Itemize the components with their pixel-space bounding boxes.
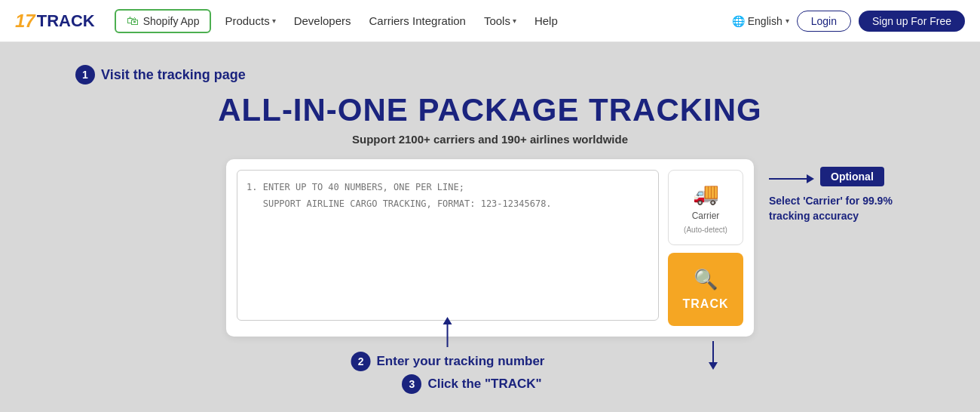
arrow-head-down-icon [709, 362, 718, 370]
optional-badge: Optional [820, 167, 884, 186]
tracking-textarea[interactable]: 1. ENTER UP TO 40 NUMBERS, ONE PER LINE;… [237, 170, 659, 321]
page-subtitle: Support 2100+ carriers and 190+ airlines… [352, 133, 628, 146]
nav-carriers-integration[interactable]: Carriers Integration [369, 14, 466, 27]
step1-label: 1 Visit the tracking page [75, 65, 246, 85]
arrow-line [447, 324, 449, 347]
nav-products[interactable]: Products ▾ [225, 14, 275, 27]
page-title: ALL-IN-ONE PACKAGE TRACKING [218, 92, 762, 128]
track-label: TRACK [683, 297, 729, 311]
arrow-head-left-icon [807, 174, 814, 183]
right-panel: 🚚 Carrier (Auto-detect) 🔍 TRACK [668, 170, 743, 326]
signup-button[interactable]: Sign up For Free [859, 11, 965, 32]
header-right: 🌐 English ▾ Login Sign up For Free [732, 11, 965, 32]
chevron-down-icon: ▾ [513, 17, 516, 25]
main-nav: Products ▾ Developers Carriers Integrati… [225, 14, 725, 27]
login-button[interactable]: Login [797, 11, 851, 32]
optional-callout: Optional Select 'Carrier' for 99.9% trac… [769, 167, 920, 223]
step3-text: Click the "TRACK" [427, 377, 541, 392]
globe-icon: 🌐 [732, 15, 745, 27]
tracking-outer-wrap: 1. ENTER UP TO 40 NUMBERS, ONE PER LINE;… [226, 159, 754, 394]
step1-text: Visit the tracking page [101, 67, 246, 83]
step2-circle: 2 [351, 352, 371, 371]
arrow-up-icon [443, 317, 452, 324]
shopify-icon: 🛍 [127, 14, 139, 28]
nav-help[interactable]: Help [534, 14, 558, 27]
shopify-app-button[interactable]: 🛍 Shopify App [115, 9, 212, 33]
chevron-down-icon: ▾ [272, 17, 276, 25]
step3-circle: 3 [402, 374, 421, 394]
step2-label: 2 Enter your tracking number [351, 352, 545, 371]
nav-developers[interactable]: Developers [294, 14, 351, 27]
track-button[interactable]: 🔍 TRACK [668, 253, 743, 326]
logo-17: 17 [15, 11, 35, 32]
shopify-label: Shopify App [143, 15, 200, 27]
logo-track: TRACK [37, 11, 95, 31]
step1-circle: 1 [75, 65, 95, 85]
carrier-label: Carrier [692, 211, 720, 221]
truck-icon: 🚚 [693, 181, 719, 206]
tracking-input-area: 1. ENTER UP TO 40 NUMBERS, ONE PER LINE;… [237, 170, 659, 326]
carrier-sub: (Auto-detect) [684, 226, 727, 234]
main-content: 1 Visit the tracking page ALL-IN-ONE PAC… [0, 42, 980, 409]
optional-text: Select 'Carrier' for 99.9% tracking accu… [769, 194, 920, 223]
chevron-down-icon: ▾ [786, 17, 789, 25]
nav-tools[interactable]: Tools ▾ [484, 14, 516, 27]
step3-arrow-area [709, 341, 718, 370]
carrier-button[interactable]: 🚚 Carrier (Auto-detect) [668, 170, 743, 245]
header: 17 TRACK 🛍 Shopify App Products ▾ Develo… [0, 0, 980, 42]
arrow-line-horizontal [769, 178, 807, 180]
language-button[interactable]: 🌐 English ▾ [732, 15, 789, 27]
tracking-form: 1. ENTER UP TO 40 NUMBERS, ONE PER LINE;… [226, 159, 754, 337]
arrow-line-step3 [712, 341, 714, 362]
step3-label: 3 Click the "TRACK" [402, 374, 541, 394]
track-search-icon: 🔍 [694, 268, 718, 291]
logo: 17 TRACK [15, 11, 95, 32]
step2-text: Enter your tracking number [377, 354, 545, 369]
